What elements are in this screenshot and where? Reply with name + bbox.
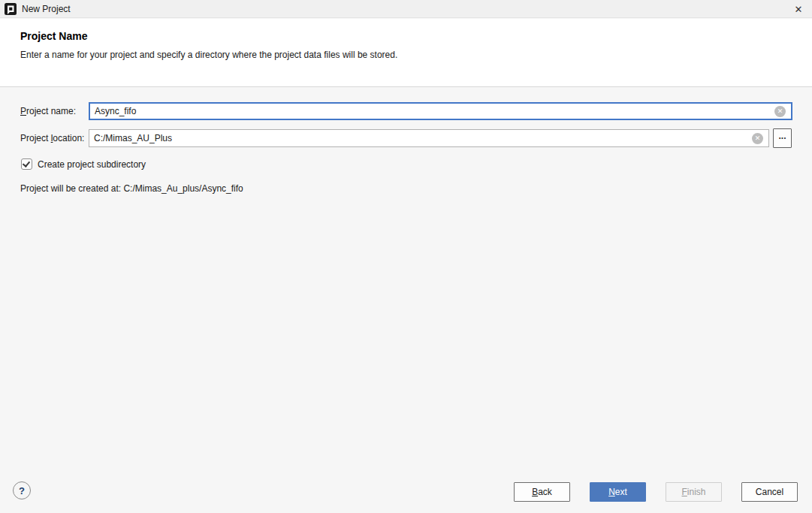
project-created-at-text: Project will be created at: C:/Mimas_Au_… bbox=[20, 183, 243, 194]
page-title: Project Name bbox=[20, 30, 812, 42]
project-location-input[interactable] bbox=[89, 130, 752, 146]
create-subdirectory-label: Create project subdirectory bbox=[38, 159, 146, 170]
close-icon[interactable]: ✕ bbox=[785, 0, 812, 18]
vivado-logo-icon bbox=[5, 3, 17, 15]
titlebar: New Project ✕ bbox=[0, 0, 812, 18]
cancel-button[interactable]: Cancel bbox=[741, 482, 798, 502]
checkmark-icon bbox=[23, 159, 30, 167]
project-name-input[interactable] bbox=[90, 104, 774, 119]
page-description: Enter a name for your project and specif… bbox=[20, 50, 812, 60]
next-button[interactable]: Next bbox=[590, 482, 646, 502]
clear-location-icon[interactable]: ✕ bbox=[752, 133, 763, 144]
create-subdirectory-checkbox[interactable] bbox=[21, 158, 32, 170]
help-button[interactable]: ? bbox=[13, 481, 31, 499]
new-project-dialog: New Project ✕ Project Name Enter a name … bbox=[0, 0, 812, 513]
project-location-field-wrap: ✕ bbox=[89, 129, 769, 147]
project-location-label: Project location: bbox=[20, 129, 84, 147]
project-name-field-wrap: ✕ bbox=[89, 102, 792, 120]
window-title: New Project bbox=[22, 4, 71, 14]
browse-location-button[interactable]: ... bbox=[773, 128, 792, 148]
finish-button[interactable]: Finish bbox=[666, 482, 722, 502]
back-button[interactable]: Back bbox=[514, 482, 570, 502]
wizard-header: Project Name Enter a name for your proje… bbox=[0, 19, 812, 87]
create-subdirectory-row: Create project subdirectory bbox=[21, 158, 146, 170]
clear-name-icon[interactable]: ✕ bbox=[774, 106, 786, 117]
project-name-label: Project name: bbox=[20, 102, 76, 120]
